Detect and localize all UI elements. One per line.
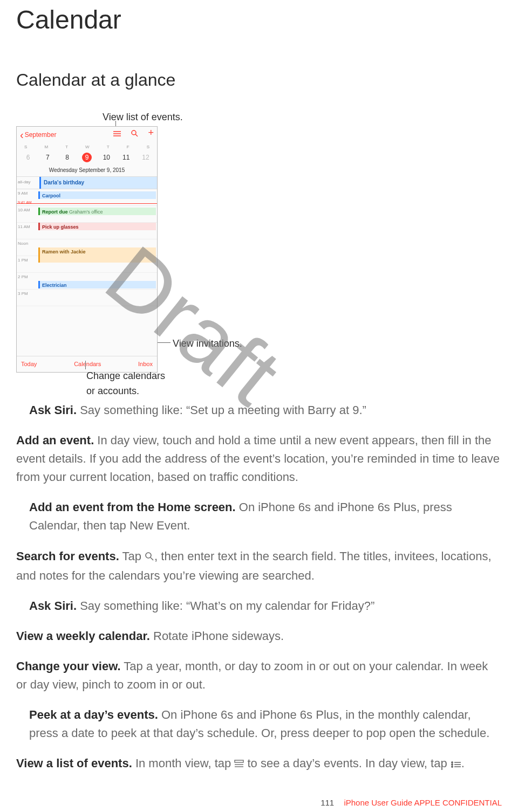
label: Ask Siri. [29,599,77,613]
hour-label: 11 AM [17,223,39,239]
event-pickup[interactable]: Pick up glasses [38,223,156,230]
day-num[interactable]: 12 [141,153,151,163]
calendars-button[interactable]: Calendars [74,360,101,369]
event-ramen[interactable]: Ramen with Jackie [38,247,156,263]
svg-line-6 [151,558,153,560]
phone-mockup: September + S M T W T F S [16,126,158,373]
day-num[interactable]: 11 [121,153,131,163]
callout-text: or accounts. [86,386,139,396]
hour-label: 1 PM [17,256,39,272]
footer-text: iPhone User Guide APPLE CONFIDENTIAL [344,798,502,807]
event-carpool[interactable]: Carpool [38,191,156,199]
calendar-figure: View list of events. September + S M T [16,110,318,385]
ask-siri-1: Ask Siri. Say something like: “Set up a … [29,401,502,419]
weekday: T [65,144,68,150]
weekday: M [44,144,48,150]
hour-label: 2 PM [17,273,39,289]
allday-label: all-day [17,177,39,189]
search-events: Search for events. Tap , then enter text… [16,547,502,585]
weekday: T [107,144,110,150]
svg-rect-7 [235,760,243,762]
day-num[interactable]: 10 [101,153,111,163]
add-event: Add an event. In day view, touch and hol… [16,431,502,486]
change-view: Change your view. Tap a year, month, or … [16,657,502,694]
label: View a list of events. [16,756,132,770]
day-num[interactable]: 8 [63,153,72,163]
hour-label: Noon [17,239,39,256]
callout-calendars: Change calendars or accounts. [86,369,165,399]
peek-day: Peek at a day’s events. On iPhone 6s and… [29,706,502,742]
today-button[interactable]: Today [21,360,37,369]
svg-point-14 [451,766,453,768]
label: Change your view. [16,659,121,673]
list-icon[interactable] [113,129,121,141]
page-footer: 111 iPhone User Guide APPLE CONFIDENTIAL [0,786,518,812]
svg-line-4 [135,134,138,136]
svg-point-5 [146,553,151,558]
callout-invitations: View invitations. [173,336,242,352]
day-num[interactable]: 6 [23,153,33,163]
callout-line [85,361,86,369]
list-icon [451,755,461,774]
search-icon[interactable] [131,129,138,141]
label: Search for events. [16,549,119,563]
hour-grid: 9 AM 10 AM 11 AM Noon 1 PM 2 PM 3 PM 9:4… [17,189,157,306]
text: Rotate iPhone sideways. [150,629,284,643]
text: . [461,756,465,770]
callout-list-events: View list of events. [103,110,183,125]
date-header: Wednesday September 9, 2015 [17,166,157,177]
weekday: F [127,144,130,150]
weekday: W [85,144,90,150]
day-num-today[interactable]: 9 [82,153,92,162]
page-number: 111 [321,798,334,807]
list-events: View a list of events. In month view, ta… [16,754,502,774]
weekday: S [147,144,149,150]
event-allday[interactable]: Darla's birthday [39,177,157,189]
label: Add an event from the Home screen. [29,500,236,514]
svg-point-12 [451,764,453,766]
weekday-row: S M T W T F S [17,143,157,152]
list-day-icon [234,755,244,774]
weekday: S [24,144,27,150]
event-location: Graham's office [69,209,103,215]
now-line [17,203,157,204]
text: In month view, tap [132,756,235,770]
callout-text: Change calendars [86,370,165,381]
text: Say something like: “What’s on my calend… [77,599,374,613]
event-report[interactable]: Report due Graham's office [38,208,156,215]
event-electrician[interactable]: Electrician [38,281,156,288]
text: Tap [119,549,145,563]
weekly-view: View a weekly calendar. Rotate iPhone si… [16,627,502,645]
svg-point-3 [132,130,136,135]
text: to see a day’s events. In day view, tap [244,756,450,770]
svg-point-10 [451,762,453,763]
add-icon[interactable]: + [148,129,154,141]
hour-label: 10 AM [17,206,39,222]
page-title: Calendar [16,0,502,40]
callout-line [158,342,171,343]
search-icon [145,548,154,567]
day-num[interactable]: 7 [43,153,52,163]
label: Ask Siri. [29,403,77,417]
back-button[interactable]: September [20,130,56,140]
hour-label: 3 PM [17,290,39,306]
text: Say something like: “Set up a meeting wi… [77,403,366,417]
label: View a weekly calendar. [16,629,150,643]
section-heading: Calendar at a glance [16,67,502,94]
daynum-row: 6 7 8 9 10 11 12 [17,152,157,166]
add-event-home: Add an event from the Home screen. On iP… [29,498,502,535]
label: Add an event. [16,433,94,447]
label: Peek at a day’s events. [29,708,158,721]
ask-siri-2: Ask Siri. Say something like: “What’s on… [29,597,502,615]
event-title: Report due [42,209,68,215]
inbox-button[interactable]: Inbox [138,360,153,369]
